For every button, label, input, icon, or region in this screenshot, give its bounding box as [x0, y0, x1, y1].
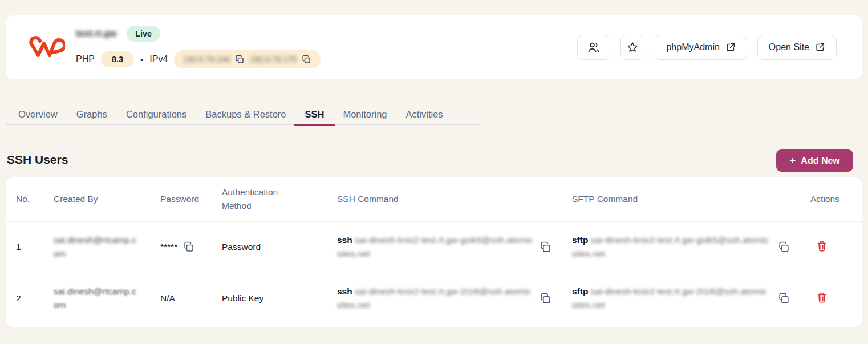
col-header-no: No.: [6, 177, 54, 221]
created-by-cell: sai.dinesh@rtcamp.com: [54, 221, 160, 273]
col-header-ssh-command: SSH Command: [337, 177, 572, 221]
header-actions: phpMyAdmin Open Site: [577, 35, 837, 60]
col-header-actions: Actions: [810, 177, 862, 221]
row-number: 1: [6, 221, 54, 273]
col-header-auth-method: Authentication Method: [222, 177, 337, 221]
ip-address-1: 192.0.79.144: [183, 55, 230, 64]
site-header-card: test.rt.gw Live PHP 8.3 • IPv4 192.0.79.…: [6, 15, 862, 79]
sftp-command-value: sai-dinesh-knix2-test.rt.gw-2t1i6@ssh.at…: [572, 286, 766, 310]
delete-user-icon[interactable]: [816, 240, 828, 252]
row-number: 2: [6, 273, 54, 324]
ssh-command-cell: ssh sai-dinesh-knix2-test.rt.gw-goik5@ss…: [337, 221, 572, 273]
status-badge: Live: [127, 26, 160, 42]
users-icon: [587, 41, 601, 54]
users-button[interactable]: [577, 35, 610, 60]
star-icon: [626, 41, 639, 54]
tab-ssh[interactable]: SSH: [304, 103, 326, 124]
col-header-sftp-command: SFTP Command: [572, 177, 810, 221]
auth-method-cell: Public Key: [222, 273, 337, 324]
sftp-command-cell: sftp sai-dinesh-knix2-test.rt.gw-2t1i6@s…: [572, 273, 810, 324]
tab-backups-restore[interactable]: Backups & Restore: [204, 103, 287, 124]
password-cell: *****: [160, 221, 222, 273]
copy-ip2-icon[interactable]: [302, 55, 311, 64]
table-row: 2 sai.dinesh@rtcamp.com N/A Public Key s…: [6, 273, 862, 324]
copy-sftp-command-icon[interactable]: [778, 241, 790, 253]
phpmyadmin-button[interactable]: phpMyAdmin: [655, 35, 747, 60]
site-info: test.rt.gw Live PHP 8.3 • IPv4 192.0.79.…: [76, 23, 321, 68]
copy-sftp-command-icon[interactable]: [778, 293, 790, 305]
php-label: PHP: [76, 54, 95, 64]
favorite-button[interactable]: [620, 35, 644, 60]
ssh-users-table-card: No. Created By Password Authentication M…: [6, 177, 862, 327]
wp-logo-icon: [29, 34, 65, 63]
actions-cell: [810, 273, 862, 324]
ssh-command-value: sai-dinesh-knix2-test.rt.gw-2t1i6@ssh.at…: [337, 286, 531, 310]
created-by-cell: sai.dinesh@rtcamp.com: [54, 273, 160, 324]
tab-bar: Overview Graphs Configurations Backups &…: [17, 103, 444, 124]
page-title: SSH Users: [7, 153, 68, 167]
ssh-users-table: No. Created By Password Authentication M…: [6, 177, 862, 324]
tab-activities[interactable]: Activities: [405, 103, 444, 124]
ssh-users-page: test.rt.gw Live PHP 8.3 • IPv4 192.0.79.…: [0, 0, 868, 344]
col-header-created-by: Created By: [54, 177, 160, 221]
tabs-divider: [6, 124, 481, 125]
ip-address-2: 192.0.79.175: [250, 55, 297, 64]
ssh-command-cell: ssh sai-dinesh-knix2-test.rt.gw-2t1i6@ss…: [337, 273, 572, 324]
password-cell: N/A: [160, 273, 222, 324]
ssh-command-value: sai-dinesh-knix2-test.rt.gw-goik5@ssh.at…: [337, 235, 533, 258]
ssh-prefix: ssh: [337, 235, 355, 245]
ip-address-pill: 192.0.79.144 192.0.79.175: [174, 50, 321, 68]
delete-user-icon[interactable]: [816, 292, 828, 303]
sftp-command-value: sai-dinesh-knix2-test.rt.gw-goik5@ssh.at…: [572, 235, 769, 258]
sftp-prefix: sftp: [572, 286, 591, 296]
sftp-command-cell: sftp sai-dinesh-knix2-test.rt.gw-goik5@s…: [572, 221, 810, 273]
ipv4-label: IPv4: [149, 54, 168, 64]
site-name: test.rt.gw: [76, 29, 116, 39]
add-new-button[interactable]: + Add New: [776, 149, 853, 172]
sftp-prefix: sftp: [572, 235, 591, 245]
open-site-button-label: Open Site: [769, 42, 809, 52]
ssh-prefix: ssh: [337, 286, 355, 296]
add-new-button-label: Add New: [801, 156, 839, 166]
table-header-row: No. Created By Password Authentication M…: [6, 177, 862, 221]
copy-ssh-command-icon[interactable]: [540, 293, 551, 305]
plus-icon: +: [789, 155, 796, 167]
separator-dot: •: [140, 55, 143, 64]
actions-cell: [810, 221, 862, 273]
open-site-button[interactable]: Open Site: [757, 35, 837, 60]
tab-graphs[interactable]: Graphs: [75, 103, 108, 124]
tab-configurations[interactable]: Configurations: [125, 103, 188, 124]
auth-method-cell: Password: [222, 221, 337, 273]
table-row: 1 sai.dinesh@rtcamp.com *****: [6, 221, 862, 273]
phpmyadmin-button-label: phpMyAdmin: [666, 42, 719, 52]
password-value: *****: [160, 242, 177, 252]
col-header-password: Password: [160, 177, 222, 221]
external-link-icon: [815, 42, 825, 52]
tab-monitoring[interactable]: Monitoring: [342, 103, 388, 124]
external-link-icon: [725, 42, 736, 52]
copy-password-icon[interactable]: [183, 241, 194, 253]
password-value: N/A: [160, 293, 175, 303]
php-version-badge: 8.3: [101, 51, 134, 68]
copy-ssh-command-icon[interactable]: [540, 241, 551, 253]
tab-overview[interactable]: Overview: [17, 103, 59, 124]
copy-ip1-icon[interactable]: [235, 55, 245, 64]
